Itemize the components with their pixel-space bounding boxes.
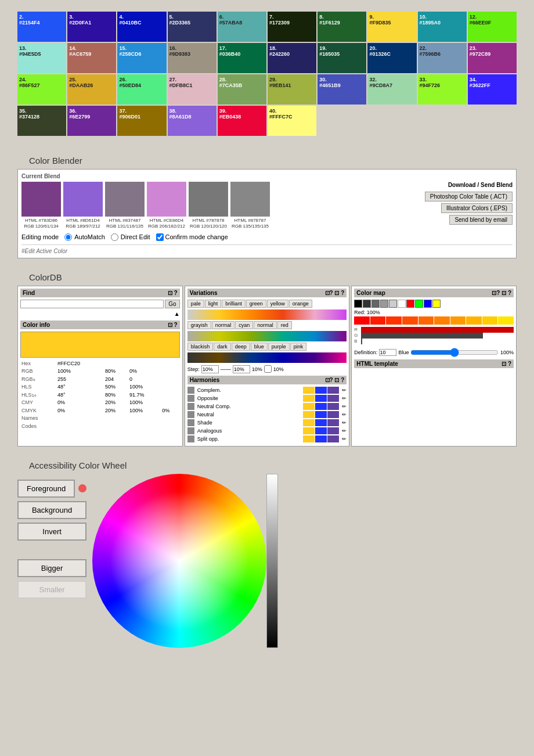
harmony-swatch[interactable] <box>303 419 315 426</box>
var-tag[interactable]: purple <box>268 343 290 351</box>
var-tag[interactable]: orange <box>289 300 312 308</box>
harmony-swatch[interactable] <box>303 435 315 442</box>
color-cell[interactable]: 4.#0410BC <box>117 12 166 42</box>
color-cell[interactable]: 38.#8A61D8 <box>168 106 217 136</box>
harmony-swatch[interactable] <box>327 427 339 434</box>
definition-input[interactable] <box>379 349 396 356</box>
blend-swatch[interactable] <box>63 182 103 217</box>
color-cell[interactable]: 19.#165035 <box>317 43 366 73</box>
harmony-swatch[interactable] <box>327 419 339 426</box>
color-cell[interactable]: 36.#6E2799 <box>67 106 116 136</box>
blend-swatch[interactable] <box>105 182 145 217</box>
automatch-radio[interactable]: AutoMatch <box>64 233 105 241</box>
var-tag[interactable]: red <box>277 321 292 329</box>
color-cell[interactable]: 34.#3622FF <box>468 74 517 105</box>
harmony-swatch[interactable] <box>327 411 339 418</box>
color-cell[interactable]: 35.#374128 <box>17 106 66 136</box>
harmonies-icons[interactable]: ⊡? ⊡ ? <box>325 377 345 383</box>
photoshop-btn[interactable]: Photoshop Color Table (.ACT) <box>425 192 513 201</box>
var-tag[interactable]: yellow <box>267 300 288 308</box>
color-cell[interactable]: 22.#7596B6 <box>418 43 467 73</box>
harmony-swatch[interactable] <box>315 387 327 394</box>
color-cell[interactable]: 3.#2D0FA1 <box>67 12 116 42</box>
var-tag[interactable]: light <box>205 300 222 308</box>
find-input[interactable] <box>20 300 164 308</box>
var-tag[interactable]: cyan <box>235 321 253 329</box>
harmony-swatch[interactable] <box>327 395 339 402</box>
color-cell[interactable]: 24.#86F527 <box>17 74 66 105</box>
cm-swatch[interactable] <box>466 316 482 325</box>
variations-icons[interactable]: ⊡? ⊡ ? <box>325 290 345 296</box>
bigger-button[interactable]: Bigger <box>17 559 86 577</box>
color-cell[interactable]: 33.#94F726 <box>418 74 467 105</box>
blend-swatch[interactable] <box>21 182 61 217</box>
cm-swatch[interactable] <box>418 316 434 325</box>
color-cell[interactable]: 18.#242260 <box>268 43 316 73</box>
harmony-swatch[interactable] <box>327 403 339 410</box>
cm-btn-light[interactable] <box>380 300 388 308</box>
color-cell[interactable]: 32.#9CD8A7 <box>367 74 416 105</box>
color-cell[interactable]: 13.#94E5D5 <box>17 43 66 73</box>
automatch-radio-input[interactable] <box>64 233 72 241</box>
color-cell[interactable]: 7.#172309 <box>268 12 316 42</box>
harmony-swatch[interactable] <box>303 395 315 402</box>
html-template-icon[interactable]: ⊡ ? <box>501 361 511 367</box>
step-input-1[interactable] <box>201 365 219 373</box>
confirm-checkbox[interactable] <box>156 233 164 241</box>
color-cell[interactable]: 20.#01326C <box>367 43 416 73</box>
var-tag[interactable]: blackish <box>187 343 214 351</box>
harmony-swatch[interactable] <box>303 411 315 418</box>
harmony-swatch[interactable] <box>315 403 327 410</box>
find-panel-icon[interactable]: ⊡ ? <box>168 290 178 296</box>
blend-swatch[interactable] <box>189 182 228 217</box>
var-tag[interactable]: pale <box>187 300 204 308</box>
step-checkbox[interactable] <box>264 365 272 373</box>
var-tag[interactable]: normal <box>212 321 235 329</box>
cm-swatch[interactable] <box>434 316 450 325</box>
color-cell[interactable]: 29.#9EB141 <box>268 74 316 105</box>
var-tag[interactable]: grayish <box>187 321 211 329</box>
var-tag[interactable]: brilliant <box>222 300 246 308</box>
color-cell[interactable]: 16.#9D9383 <box>168 43 217 73</box>
directedit-radio-input[interactable] <box>111 233 118 241</box>
cm-btn-dark[interactable] <box>363 300 371 308</box>
harmony-swatch[interactable] <box>315 411 327 418</box>
invert-button[interactable]: Invert <box>17 523 86 541</box>
var-tag[interactable]: normal <box>254 321 277 329</box>
smaller-button[interactable]: Smaller <box>17 581 86 599</box>
color-cell[interactable]: 37.#906D01 <box>117 106 166 136</box>
cm-swatch[interactable] <box>354 316 370 325</box>
color-cell[interactable]: 15.#258CD6 <box>117 43 166 73</box>
harmony-swatch[interactable] <box>315 419 327 426</box>
foreground-button[interactable]: Foreground <box>17 480 75 498</box>
confirm-checkbox-group[interactable]: Confirm mode change <box>156 233 228 241</box>
cm-btn-green[interactable] <box>415 300 423 308</box>
color-cell[interactable]: 25.#DAAB26 <box>67 74 116 105</box>
cm-swatch[interactable] <box>386 316 402 325</box>
color-info-icon[interactable]: ⊡ ? <box>168 322 178 328</box>
color-cell[interactable]: 23.#972C89 <box>468 43 517 73</box>
harmony-edit-btn[interactable]: ✏ <box>342 404 347 409</box>
cm-swatch[interactable] <box>370 316 386 325</box>
directedit-radio[interactable]: Direct Edit <box>111 233 150 241</box>
color-cell[interactable]: 5.#2D3365 <box>168 12 217 42</box>
harmony-edit-btn[interactable]: ✏ <box>342 412 347 417</box>
illustrator-btn[interactable]: Illustrator Colors (.EPS) <box>441 203 513 213</box>
cm-swatch[interactable] <box>482 316 498 325</box>
cm-btn-yellow[interactable] <box>432 300 441 308</box>
harmony-swatch[interactable] <box>315 395 327 402</box>
harmony-edit-btn[interactable]: ✏ <box>342 395 347 401</box>
color-cell[interactable]: 6.#57ABA8 <box>218 12 266 42</box>
cm-swatch[interactable] <box>450 316 466 325</box>
cm-swatch[interactable] <box>498 316 514 325</box>
color-cell[interactable]: 26.#50ED84 <box>117 74 166 105</box>
cm-btn-mid[interactable] <box>371 300 380 308</box>
color-cell[interactable]: 9.#F9D835 <box>367 12 416 42</box>
cm-btn-lighter[interactable] <box>389 300 397 308</box>
cm-btn-black[interactable] <box>354 300 362 308</box>
harmony-swatch[interactable] <box>315 427 327 434</box>
var-tag[interactable]: blue <box>251 343 268 351</box>
find-icon-btn[interactable]: ▲ <box>20 311 180 317</box>
harmony-swatch[interactable] <box>327 387 339 394</box>
color-wheel[interactable] <box>92 474 266 648</box>
